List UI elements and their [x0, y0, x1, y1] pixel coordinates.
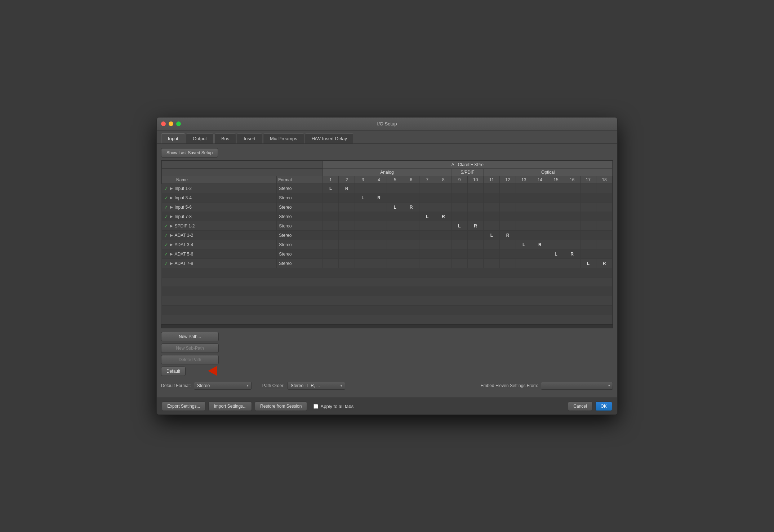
row-col-14[interactable]: [532, 231, 548, 240]
row-col-2[interactable]: [339, 240, 355, 249]
row-col-13[interactable]: [516, 259, 532, 268]
row-col-10[interactable]: [467, 240, 484, 249]
row-col-12[interactable]: [500, 221, 516, 231]
row-col-7[interactable]: [419, 193, 435, 203]
close-button[interactable]: [161, 121, 166, 126]
row-col-1[interactable]: [322, 203, 339, 212]
row-col-14[interactable]: [532, 259, 548, 268]
row-col-7[interactable]: [419, 249, 435, 259]
row-col-8[interactable]: [435, 259, 452, 268]
row-col-1[interactable]: [322, 212, 339, 221]
row-col-11[interactable]: L: [484, 231, 500, 240]
new-sub-path-button[interactable]: New Sub-Path: [161, 343, 219, 353]
row-col-1[interactable]: L: [322, 184, 339, 193]
row-col-9[interactable]: [452, 259, 468, 268]
row-col-5[interactable]: [387, 249, 403, 259]
new-path-button[interactable]: New Path...: [161, 332, 219, 341]
row-col-5[interactable]: [387, 184, 403, 193]
row-col-5[interactable]: [387, 240, 403, 249]
row-col-12[interactable]: [500, 193, 516, 203]
row-col-13[interactable]: L: [516, 240, 532, 249]
row-col-15[interactable]: [548, 240, 564, 249]
row-col-8[interactable]: [435, 184, 452, 193]
minimize-button[interactable]: [169, 121, 173, 126]
row-col-18[interactable]: [596, 249, 613, 259]
row-col-11[interactable]: [484, 203, 500, 212]
row-col-13[interactable]: [516, 184, 532, 193]
row-col-11[interactable]: [484, 184, 500, 193]
row-col-3[interactable]: [355, 212, 371, 221]
row-col-6[interactable]: [403, 212, 419, 221]
row-col-10[interactable]: [467, 259, 484, 268]
row-col-6[interactable]: [403, 193, 419, 203]
table-row[interactable]: ✓ ▶ ADAT 7-8 StereoLR: [162, 259, 613, 268]
row-col-6[interactable]: [403, 259, 419, 268]
default-button[interactable]: Default: [161, 367, 186, 376]
row-col-16[interactable]: [564, 259, 580, 268]
row-col-4[interactable]: [371, 221, 387, 231]
row-col-8[interactable]: [435, 221, 452, 231]
row-col-9[interactable]: L: [452, 221, 468, 231]
row-col-7[interactable]: [419, 259, 435, 268]
embed-select[interactable]: [541, 382, 613, 390]
table-row[interactable]: ✓ ▶ Input 7-8 StereoLR: [162, 212, 613, 221]
row-col-4[interactable]: [371, 249, 387, 259]
row-col-16[interactable]: [564, 203, 580, 212]
row-col-15[interactable]: L: [548, 249, 564, 259]
row-col-2[interactable]: [339, 221, 355, 231]
row-col-15[interactable]: [548, 203, 564, 212]
expand-icon[interactable]: ▶: [170, 214, 173, 218]
row-col-10[interactable]: [467, 203, 484, 212]
row-col-6[interactable]: R: [403, 203, 419, 212]
row-col-18[interactable]: [596, 203, 613, 212]
row-col-18[interactable]: R: [596, 259, 613, 268]
row-col-2[interactable]: [339, 212, 355, 221]
tab-output[interactable]: Output: [186, 133, 214, 143]
tab-input[interactable]: Input: [161, 133, 185, 143]
import-settings-button[interactable]: Import Settings...: [208, 402, 252, 411]
row-col-18[interactable]: [596, 184, 613, 193]
row-col-10[interactable]: [467, 249, 484, 259]
row-col-12[interactable]: R: [500, 231, 516, 240]
export-settings-button[interactable]: Export Settings...: [162, 402, 205, 411]
row-col-17[interactable]: [580, 249, 596, 259]
row-col-16[interactable]: [564, 240, 580, 249]
row-col-1[interactable]: [322, 193, 339, 203]
row-col-9[interactable]: [452, 231, 468, 240]
expand-icon[interactable]: ▶: [170, 243, 173, 247]
row-col-8[interactable]: [435, 240, 452, 249]
table-row[interactable]: ✓ ▶ Input 1-2 StereoLR: [162, 184, 613, 193]
maximize-button[interactable]: [176, 121, 181, 126]
expand-icon[interactable]: ▶: [170, 233, 173, 237]
apply-all-tabs-checkbox[interactable]: [313, 404, 318, 409]
row-col-2[interactable]: [339, 231, 355, 240]
row-col-4[interactable]: [371, 231, 387, 240]
row-col-7[interactable]: [419, 184, 435, 193]
row-col-11[interactable]: [484, 240, 500, 249]
tab-bus[interactable]: Bus: [214, 133, 236, 143]
row-col-13[interactable]: [516, 249, 532, 259]
row-col-8[interactable]: [435, 249, 452, 259]
row-col-14[interactable]: R: [532, 240, 548, 249]
row-col-16[interactable]: R: [564, 249, 580, 259]
row-col-3[interactable]: [355, 259, 371, 268]
row-col-6[interactable]: [403, 184, 419, 193]
row-col-1[interactable]: [322, 231, 339, 240]
row-col-1[interactable]: [322, 259, 339, 268]
row-col-8[interactable]: [435, 203, 452, 212]
row-col-9[interactable]: [452, 193, 468, 203]
row-col-7[interactable]: [419, 231, 435, 240]
ok-button[interactable]: OK: [595, 402, 612, 411]
expand-icon[interactable]: ▶: [170, 205, 173, 209]
row-col-3[interactable]: L: [355, 193, 371, 203]
row-col-5[interactable]: [387, 193, 403, 203]
row-col-7[interactable]: [419, 240, 435, 249]
row-col-13[interactable]: [516, 231, 532, 240]
row-col-2[interactable]: [339, 203, 355, 212]
row-col-1[interactable]: [322, 249, 339, 259]
row-col-15[interactable]: [548, 231, 564, 240]
show-last-saved-button[interactable]: Show Last Saved Setup: [161, 148, 218, 158]
row-col-14[interactable]: [532, 193, 548, 203]
row-col-14[interactable]: [532, 221, 548, 231]
row-col-7[interactable]: [419, 221, 435, 231]
